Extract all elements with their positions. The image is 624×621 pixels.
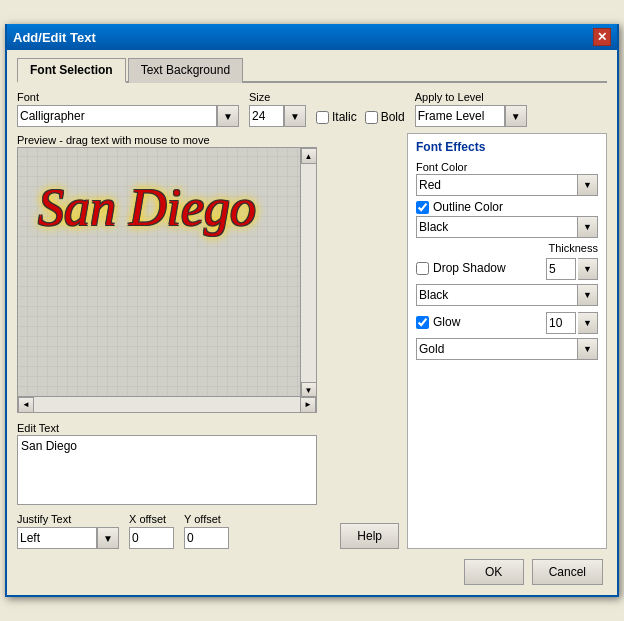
style-checkboxes: Italic Bold [316, 110, 405, 127]
outline-color-label: Outline Color [433, 200, 503, 214]
drop-shadow-check-row: Drop Shadow [416, 261, 506, 275]
bold-checkbox[interactable] [365, 111, 378, 124]
thickness-label: Thickness [548, 242, 598, 254]
bold-checkbox-group: Bold [365, 110, 405, 124]
justify-dropdown-button[interactable]: ▼ [97, 527, 119, 549]
edit-text-area-wrap [17, 435, 317, 505]
justify-select-wrap: ▼ [17, 527, 119, 549]
x-offset-group: X offset [129, 513, 174, 549]
ok-button[interactable]: OK [464, 559, 524, 585]
size-input[interactable] [249, 105, 284, 127]
drop-shadow-value-input[interactable] [546, 258, 576, 280]
outline-checkbox[interactable] [416, 201, 429, 214]
italic-label: Italic [332, 110, 357, 124]
font-label: Font [17, 91, 239, 103]
dialog-title: Add/Edit Text [13, 30, 96, 45]
preview-scrollbar-v: ▲ ▼ [300, 148, 316, 397]
glow-check-row: Glow [416, 315, 460, 329]
drop-shadow-checkbox[interactable] [416, 262, 429, 275]
preview-container[interactable]: San Diego ▲ ▼ [17, 147, 317, 397]
bottom-controls: Justify Text ▼ X offset Y offset [17, 513, 399, 549]
scroll-track-h[interactable] [34, 397, 300, 412]
drop-shadow-color-dropdown[interactable]: ▼ [578, 284, 598, 306]
preview-text: San Diego [38, 178, 256, 237]
apply-input[interactable] [415, 105, 505, 127]
glow-value-input[interactable] [546, 312, 576, 334]
font-effects-title: Font Effects [416, 140, 598, 154]
outline-check-row: Outline Color [416, 200, 598, 214]
drop-shadow-row: Drop Shadow ▼ ▼ [416, 258, 598, 306]
font-select-wrap: ▼ [17, 105, 239, 127]
font-input[interactable] [17, 105, 217, 127]
font-group: Font ▼ [17, 91, 239, 127]
font-color-select-wrap: ▼ [416, 174, 598, 196]
bold-label: Bold [381, 110, 405, 124]
glow-color-input[interactable] [416, 338, 578, 360]
size-dropdown-button[interactable]: ▼ [284, 105, 306, 127]
main-area: Preview - drag text with mouse to move S… [17, 133, 607, 549]
font-color-label: Font Color [416, 161, 467, 173]
justify-input[interactable] [17, 527, 97, 549]
edit-text-label: Edit Text [17, 422, 59, 434]
preview-section: Preview - drag text with mouse to move S… [17, 133, 399, 549]
cancel-button[interactable]: Cancel [532, 559, 603, 585]
preview-label: Preview - drag text with mouse to move [17, 134, 210, 146]
thickness-row: Thickness [416, 242, 598, 254]
y-offset-label: Y offset [184, 513, 229, 525]
dialog: Add/Edit Text ✕ Font Selection Text Back… [5, 24, 619, 597]
y-offset-group: Y offset [184, 513, 229, 549]
font-color-input[interactable] [416, 174, 578, 196]
tabs: Font Selection Text Background [17, 56, 607, 83]
drop-shadow-value-dropdown[interactable]: ▼ [578, 258, 598, 280]
outline-color-input[interactable] [416, 216, 578, 238]
font-effects-section: Font Effects Font Color ▼ Outline Color [407, 133, 607, 549]
help-button[interactable]: Help [340, 523, 399, 549]
edit-text-section: Edit Text [17, 421, 399, 505]
title-bar: Add/Edit Text ✕ [7, 24, 617, 50]
scroll-track-v[interactable] [301, 164, 316, 382]
apply-dropdown-button[interactable]: ▼ [505, 105, 527, 127]
glow-row: Glow ▼ ▼ [416, 312, 598, 360]
scroll-up-arrow[interactable]: ▲ [301, 148, 317, 164]
outline-color-row: Outline Color ▼ [416, 200, 598, 238]
edit-text-area[interactable] [17, 435, 317, 505]
size-group: Size ▼ [249, 91, 306, 127]
italic-checkbox-group: Italic [316, 110, 357, 124]
glow-label: Glow [433, 315, 460, 329]
font-color-dropdown[interactable]: ▼ [578, 174, 598, 196]
apply-group: Apply to Level ▼ [415, 91, 527, 127]
close-button[interactable]: ✕ [593, 28, 611, 46]
y-offset-input[interactable] [184, 527, 229, 549]
x-offset-label: X offset [129, 513, 174, 525]
font-dropdown-button[interactable]: ▼ [217, 105, 239, 127]
glow-color-wrap: ▼ [416, 338, 598, 360]
apply-label: Apply to Level [415, 91, 527, 103]
tab-text-background[interactable]: Text Background [128, 58, 243, 83]
dialog-body: Font Selection Text Background Font ▼ Si… [7, 50, 617, 595]
x-offset-input[interactable] [129, 527, 174, 549]
outline-color-dropdown[interactable]: ▼ [578, 216, 598, 238]
glow-color-dropdown[interactable]: ▼ [578, 338, 598, 360]
outline-color-select-wrap: ▼ [416, 216, 598, 238]
preview-scrollbar-h: ◄ ► [17, 397, 317, 413]
font-color-row: Font Color ▼ [416, 160, 598, 196]
scroll-down-arrow[interactable]: ▼ [301, 382, 317, 397]
drop-shadow-label: Drop Shadow [433, 261, 506, 275]
glow-checkbox[interactable] [416, 316, 429, 329]
scroll-right-arrow[interactable]: ► [300, 397, 316, 413]
italic-checkbox[interactable] [316, 111, 329, 124]
scroll-left-arrow[interactable]: ◄ [18, 397, 34, 413]
tab-font-selection[interactable]: Font Selection [17, 58, 126, 83]
size-label: Size [249, 91, 306, 103]
glow-value-dropdown[interactable]: ▼ [578, 312, 598, 334]
top-controls: Font ▼ Size ▼ Italic [17, 91, 607, 127]
justify-group: Justify Text ▼ [17, 513, 119, 549]
drop-shadow-color-wrap: ▼ [416, 284, 598, 306]
dialog-footer: OK Cancel [17, 559, 607, 585]
justify-label: Justify Text [17, 513, 119, 525]
drop-shadow-color-input[interactable] [416, 284, 578, 306]
